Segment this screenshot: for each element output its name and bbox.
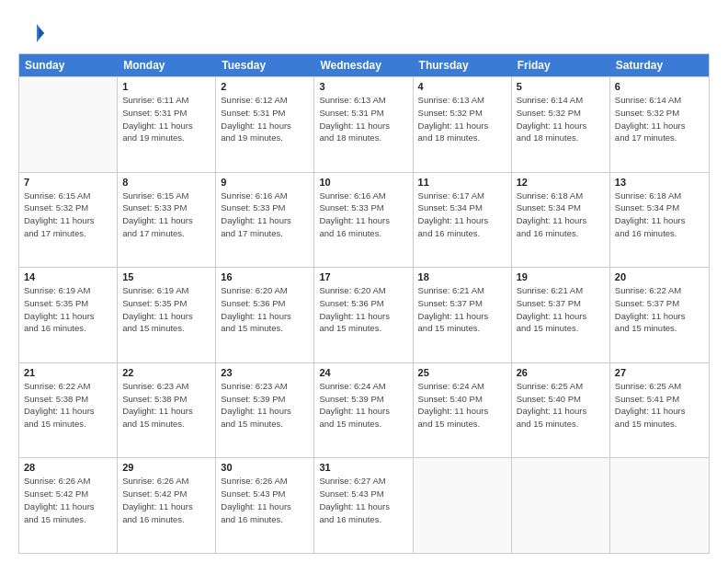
day-number: 29	[122, 462, 210, 473]
day-number: 23	[221, 367, 309, 378]
day-info: Sunrise: 6:18 AM Sunset: 5:34 PM Dayligh…	[517, 190, 605, 240]
day-info: Sunrise: 6:25 AM Sunset: 5:40 PM Dayligh…	[517, 380, 605, 431]
week-row-4: 21Sunrise: 6:22 AM Sunset: 5:38 PM Dayli…	[19, 362, 709, 458]
header-day-thursday: Thursday	[414, 54, 512, 76]
day-info: Sunrise: 6:20 AM Sunset: 5:36 PM Dayligh…	[221, 284, 309, 335]
day-cell-14: 14Sunrise: 6:19 AM Sunset: 5:35 PM Dayli…	[19, 268, 118, 362]
day-cell-3: 3Sunrise: 6:13 AM Sunset: 5:31 PM Daylig…	[314, 77, 413, 172]
day-cell-9: 9Sunrise: 6:16 AM Sunset: 5:33 PM Daylig…	[216, 173, 314, 268]
day-info: Sunrise: 6:27 AM Sunset: 5:43 PM Dayligh…	[319, 475, 407, 525]
day-info: Sunrise: 6:11 AM Sunset: 5:31 PM Dayligh…	[122, 94, 210, 144]
day-cell-6: 6Sunrise: 6:14 AM Sunset: 5:32 PM Daylig…	[610, 77, 709, 172]
day-info: Sunrise: 6:13 AM Sunset: 5:32 PM Dayligh…	[418, 94, 506, 144]
day-number: 14	[24, 271, 112, 282]
day-number: 3	[319, 81, 407, 92]
day-info: Sunrise: 6:20 AM Sunset: 5:36 PM Dayligh…	[319, 284, 407, 335]
day-cell-28: 28Sunrise: 6:26 AM Sunset: 5:42 PM Dayli…	[19, 458, 118, 553]
day-cell-1: 1Sunrise: 6:11 AM Sunset: 5:31 PM Daylig…	[118, 77, 216, 172]
day-info: Sunrise: 6:21 AM Sunset: 5:37 PM Dayligh…	[418, 284, 506, 335]
day-info: Sunrise: 6:13 AM Sunset: 5:31 PM Dayligh…	[319, 94, 407, 144]
week-row-1: 1Sunrise: 6:11 AM Sunset: 5:31 PM Daylig…	[19, 76, 709, 172]
day-number: 16	[221, 271, 309, 282]
day-info: Sunrise: 6:15 AM Sunset: 5:32 PM Dayligh…	[24, 190, 112, 240]
day-cell-12: 12Sunrise: 6:18 AM Sunset: 5:34 PM Dayli…	[512, 173, 610, 268]
day-number: 5	[517, 81, 605, 92]
day-cell-empty	[512, 458, 610, 553]
day-info: Sunrise: 6:16 AM Sunset: 5:33 PM Dayligh…	[221, 190, 309, 240]
header	[18, 17, 710, 46]
day-info: Sunrise: 6:24 AM Sunset: 5:40 PM Dayligh…	[418, 380, 506, 431]
day-info: Sunrise: 6:22 AM Sunset: 5:38 PM Dayligh…	[24, 380, 112, 431]
day-cell-13: 13Sunrise: 6:18 AM Sunset: 5:34 PM Dayli…	[610, 173, 709, 268]
day-number: 28	[24, 462, 112, 473]
day-number: 4	[418, 81, 506, 92]
day-number: 24	[319, 367, 407, 378]
day-number: 19	[517, 271, 605, 282]
day-cell-17: 17Sunrise: 6:20 AM Sunset: 5:36 PM Dayli…	[314, 268, 413, 362]
day-cell-8: 8Sunrise: 6:15 AM Sunset: 5:33 PM Daylig…	[118, 173, 216, 268]
day-cell-22: 22Sunrise: 6:23 AM Sunset: 5:38 PM Dayli…	[118, 363, 216, 458]
day-info: Sunrise: 6:23 AM Sunset: 5:38 PM Dayligh…	[122, 380, 210, 431]
day-info: Sunrise: 6:23 AM Sunset: 5:39 PM Dayligh…	[221, 380, 309, 431]
day-cell-10: 10Sunrise: 6:16 AM Sunset: 5:33 PM Dayli…	[314, 173, 413, 268]
day-number: 31	[319, 462, 407, 473]
day-number: 13	[615, 177, 704, 188]
day-info: Sunrise: 6:24 AM Sunset: 5:39 PM Dayligh…	[319, 380, 407, 431]
day-number: 7	[24, 177, 112, 188]
header-day-friday: Friday	[512, 54, 610, 76]
day-info: Sunrise: 6:22 AM Sunset: 5:37 PM Dayligh…	[615, 284, 704, 335]
day-info: Sunrise: 6:17 AM Sunset: 5:34 PM Dayligh…	[418, 190, 506, 240]
day-info: Sunrise: 6:19 AM Sunset: 5:35 PM Dayligh…	[24, 284, 112, 335]
day-cell-4: 4Sunrise: 6:13 AM Sunset: 5:32 PM Daylig…	[414, 77, 512, 172]
day-number: 6	[615, 81, 704, 92]
day-cell-empty	[19, 77, 118, 172]
day-number: 18	[418, 271, 506, 282]
header-day-saturday: Saturday	[610, 54, 709, 76]
day-info: Sunrise: 6:18 AM Sunset: 5:34 PM Dayligh…	[615, 190, 704, 240]
logo-icon	[18, 20, 44, 46]
day-cell-7: 7Sunrise: 6:15 AM Sunset: 5:32 PM Daylig…	[19, 173, 118, 268]
day-number: 25	[418, 367, 506, 378]
calendar-body: 1Sunrise: 6:11 AM Sunset: 5:31 PM Daylig…	[19, 76, 709, 553]
day-cell-31: 31Sunrise: 6:27 AM Sunset: 5:43 PM Dayli…	[314, 458, 413, 553]
day-cell-29: 29Sunrise: 6:26 AM Sunset: 5:42 PM Dayli…	[118, 458, 216, 553]
header-day-sunday: Sunday	[19, 54, 118, 76]
day-cell-20: 20Sunrise: 6:22 AM Sunset: 5:37 PM Dayli…	[610, 268, 709, 362]
day-cell-15: 15Sunrise: 6:19 AM Sunset: 5:35 PM Dayli…	[118, 268, 216, 362]
day-info: Sunrise: 6:19 AM Sunset: 5:35 PM Dayligh…	[122, 284, 210, 335]
week-row-2: 7Sunrise: 6:15 AM Sunset: 5:32 PM Daylig…	[19, 172, 709, 268]
week-row-3: 14Sunrise: 6:19 AM Sunset: 5:35 PM Dayli…	[19, 267, 709, 362]
day-cell-2: 2Sunrise: 6:12 AM Sunset: 5:31 PM Daylig…	[216, 77, 314, 172]
header-day-wednesday: Wednesday	[314, 54, 413, 76]
header-day-monday: Monday	[118, 54, 216, 76]
week-row-5: 28Sunrise: 6:26 AM Sunset: 5:42 PM Dayli…	[19, 457, 709, 553]
day-info: Sunrise: 6:26 AM Sunset: 5:43 PM Dayligh…	[221, 475, 309, 525]
day-number: 1	[122, 81, 210, 92]
day-info: Sunrise: 6:26 AM Sunset: 5:42 PM Dayligh…	[122, 475, 210, 525]
logo	[18, 20, 48, 46]
day-cell-empty	[610, 458, 709, 553]
day-cell-16: 16Sunrise: 6:20 AM Sunset: 5:36 PM Dayli…	[216, 268, 314, 362]
day-cell-19: 19Sunrise: 6:21 AM Sunset: 5:37 PM Dayli…	[512, 268, 610, 362]
day-number: 15	[122, 271, 210, 282]
day-info: Sunrise: 6:12 AM Sunset: 5:31 PM Dayligh…	[221, 94, 309, 144]
day-info: Sunrise: 6:25 AM Sunset: 5:41 PM Dayligh…	[615, 380, 704, 431]
day-number: 11	[418, 177, 506, 188]
page: SundayMondayTuesdayWednesdayThursdayFrid…	[0, 0, 728, 563]
day-number: 12	[517, 177, 605, 188]
day-cell-11: 11Sunrise: 6:17 AM Sunset: 5:34 PM Dayli…	[414, 173, 512, 268]
calendar: SundayMondayTuesdayWednesdayThursdayFrid…	[18, 53, 710, 554]
day-cell-30: 30Sunrise: 6:26 AM Sunset: 5:43 PM Dayli…	[216, 458, 314, 553]
day-cell-23: 23Sunrise: 6:23 AM Sunset: 5:39 PM Dayli…	[216, 363, 314, 458]
day-info: Sunrise: 6:14 AM Sunset: 5:32 PM Dayligh…	[517, 94, 605, 144]
day-number: 21	[24, 367, 112, 378]
day-number: 27	[615, 367, 704, 378]
day-number: 30	[221, 462, 309, 473]
day-cell-5: 5Sunrise: 6:14 AM Sunset: 5:32 PM Daylig…	[512, 77, 610, 172]
day-number: 9	[221, 177, 309, 188]
day-info: Sunrise: 6:15 AM Sunset: 5:33 PM Dayligh…	[122, 190, 210, 240]
day-cell-24: 24Sunrise: 6:24 AM Sunset: 5:39 PM Dayli…	[314, 363, 413, 458]
svg-marker-1	[39, 28, 44, 39]
day-cell-empty	[414, 458, 512, 553]
day-info: Sunrise: 6:16 AM Sunset: 5:33 PM Dayligh…	[319, 190, 407, 240]
